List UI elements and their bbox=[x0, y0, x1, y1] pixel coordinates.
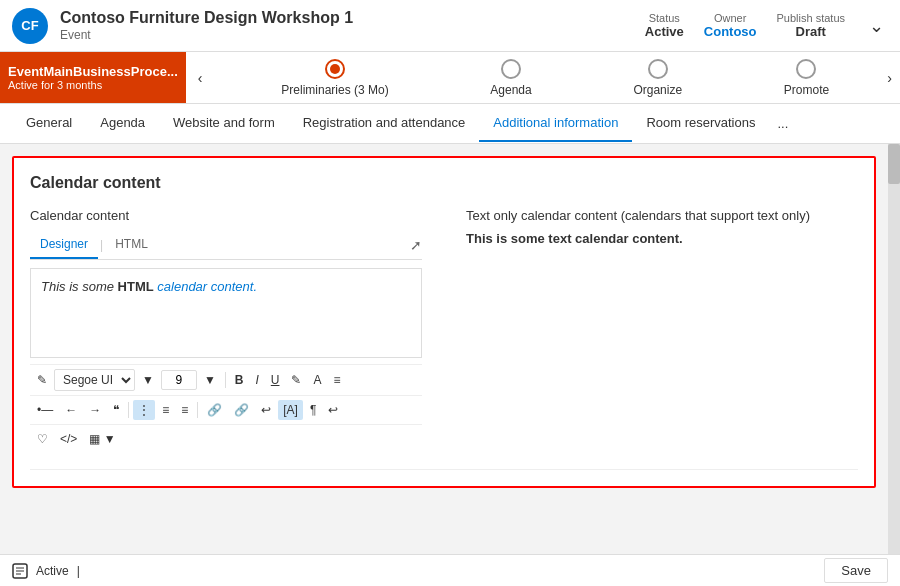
content-area: Calendar content Calendar content Design… bbox=[0, 144, 900, 554]
toolbar-indent-decrease[interactable]: ← bbox=[60, 400, 82, 420]
header-expand-button[interactable]: ⌄ bbox=[865, 11, 888, 41]
toolbar-font-dropdown[interactable]: ▼ bbox=[137, 370, 159, 390]
owner-label: Owner bbox=[704, 12, 757, 24]
stage-item-2[interactable]: Organize bbox=[633, 59, 682, 97]
stage-item-0[interactable]: Preliminaries (3 Mo) bbox=[281, 59, 388, 97]
publish-label: Publish status bbox=[777, 12, 845, 24]
scrollbar[interactable] bbox=[888, 144, 900, 554]
toolbar-align-center[interactable]: ≡ bbox=[157, 400, 174, 420]
current-stage-text: EventMainBusinessProce... Active for 3 m… bbox=[8, 64, 178, 91]
stage-item-1[interactable]: Agenda bbox=[490, 59, 531, 97]
owner-value[interactable]: Contoso bbox=[704, 24, 757, 39]
card-title: Calendar content bbox=[30, 174, 858, 192]
tab-registration[interactable]: Registration and attendance bbox=[289, 105, 480, 142]
current-stage[interactable]: EventMainBusinessProce... Active for 3 m… bbox=[0, 52, 186, 103]
editor-link[interactable]: calendar content. bbox=[157, 279, 257, 294]
toolbar-italic-button[interactable]: I bbox=[250, 370, 263, 390]
text-only-label: Text only calendar content (calendars th… bbox=[466, 208, 858, 223]
toolbar-remove-link[interactable]: 🔗 bbox=[229, 400, 254, 420]
right-column: Text only calendar content (calendars th… bbox=[446, 208, 858, 453]
toolbar-separator-3 bbox=[197, 402, 198, 418]
toolbar-list-format-button[interactable]: ≡ bbox=[328, 370, 345, 390]
toolbar-font-color-button[interactable]: A bbox=[308, 370, 326, 390]
toolbar-paragraph-mark[interactable]: ¶ bbox=[305, 400, 321, 420]
event-title: Contoso Furniture Design Workshop 1 bbox=[60, 9, 645, 27]
footer: Active | Save bbox=[0, 554, 900, 586]
toolbar-link-type[interactable]: ↩ bbox=[256, 400, 276, 420]
save-button[interactable]: Save bbox=[824, 558, 888, 583]
toolbar-insert-link[interactable]: 🔗 bbox=[202, 400, 227, 420]
avatar: CF bbox=[12, 8, 48, 44]
stage-circle-2 bbox=[648, 59, 668, 79]
toolbar-format-button[interactable]: ✎ bbox=[32, 370, 52, 390]
tab-additional-info[interactable]: Additional information bbox=[479, 105, 632, 142]
toolbar-highlight-button[interactable]: ✎ bbox=[286, 370, 306, 390]
status-icon bbox=[12, 563, 28, 579]
stage-label-1: Agenda bbox=[490, 83, 531, 97]
tab-bar: General Agenda Website and form Registra… bbox=[0, 104, 900, 144]
stage-label-0: Preliminaries (3 Mo) bbox=[281, 83, 388, 97]
toolbar-heart-btn[interactable]: ♡ bbox=[32, 429, 53, 449]
stage-circle-3 bbox=[796, 59, 816, 79]
editor-content-area[interactable]: This is some HTML calendar content. bbox=[30, 268, 422, 358]
toolbar-table-btn[interactable]: ▦ ▼ bbox=[84, 429, 120, 449]
toolbar-size-dropdown[interactable]: ▼ bbox=[199, 370, 221, 390]
toolbar-blockquote[interactable]: ❝ bbox=[108, 400, 124, 420]
toolbar-separator-2 bbox=[128, 402, 129, 418]
event-subtitle: Event bbox=[60, 28, 91, 42]
toolbar-source-btn[interactable]: </> bbox=[55, 429, 82, 449]
main-content: Calendar content Calendar content Design… bbox=[0, 144, 888, 554]
toolbar-font-select[interactable]: Segoe UI bbox=[54, 369, 135, 391]
toolbar-undo[interactable]: ↩ bbox=[323, 400, 343, 420]
tab-general[interactable]: General bbox=[12, 105, 86, 142]
calendar-content-label: Calendar content bbox=[30, 208, 422, 223]
footer-separator: | bbox=[77, 564, 80, 578]
stage-bar: EventMainBusinessProce... Active for 3 m… bbox=[0, 52, 900, 104]
header-status-area: Status Active Owner Contoso Publish stat… bbox=[645, 11, 888, 41]
toolbar-align-left[interactable]: ⋮ bbox=[133, 400, 155, 420]
tab-room-reservations[interactable]: Room reservations bbox=[632, 105, 769, 142]
header-title-block: Contoso Furniture Design Workshop 1 Even… bbox=[60, 9, 645, 42]
toolbar-row-1: ✎ Segoe UI ▼ ▼ B I U ✎ A ≡ bbox=[30, 364, 422, 395]
app-header: CF Contoso Furniture Design Workshop 1 E… bbox=[0, 0, 900, 52]
toolbar-row-2: •— ← → ❝ ⋮ ≡ ≡ 🔗 🔗 ↩ [A] ¶ ↩ bbox=[30, 395, 422, 424]
stage-label-2: Organize bbox=[633, 83, 682, 97]
stage-circle-0 bbox=[325, 59, 345, 79]
toolbar-row-3: ♡ </> ▦ ▼ bbox=[30, 424, 422, 453]
toolbar-font-size[interactable] bbox=[161, 370, 197, 390]
text-only-content: This is some text calendar content. bbox=[466, 231, 858, 246]
editor-tab-html[interactable]: HTML bbox=[105, 231, 158, 259]
editor-tab-bar: Designer | HTML ➚ bbox=[30, 231, 422, 260]
current-stage-sub: Active for 3 months bbox=[8, 79, 178, 91]
stage-prev-button[interactable]: ‹ bbox=[190, 66, 211, 90]
editor-text-italic: This is some HTML calendar content. bbox=[41, 279, 257, 294]
card-divider bbox=[30, 469, 858, 470]
status-value: Active bbox=[645, 24, 684, 39]
stage-next-button[interactable]: › bbox=[879, 66, 900, 90]
tab-more-button[interactable]: ... bbox=[769, 106, 796, 141]
scroll-thumb[interactable] bbox=[888, 144, 900, 184]
toolbar-align-right[interactable]: ≡ bbox=[176, 400, 193, 420]
footer-left: Active | bbox=[12, 563, 80, 579]
toolbar-unordered-list[interactable]: •— bbox=[32, 400, 58, 420]
publish-value: Draft bbox=[777, 24, 845, 39]
status-label: Status bbox=[645, 12, 684, 24]
stage-label-3: Promote bbox=[784, 83, 829, 97]
card-body: Calendar content Designer | HTML ➚ This … bbox=[30, 208, 858, 453]
editor-tab-separator: | bbox=[98, 238, 105, 252]
editor-tab-designer[interactable]: Designer bbox=[30, 231, 98, 259]
tab-agenda[interactable]: Agenda bbox=[86, 105, 159, 142]
stage-item-3[interactable]: Promote bbox=[784, 59, 829, 97]
toolbar-indent-increase[interactable]: → bbox=[84, 400, 106, 420]
toolbar-underline-button[interactable]: U bbox=[266, 370, 285, 390]
editor-text-bold: HTML bbox=[118, 279, 154, 294]
editor-expand-button[interactable]: ➚ bbox=[410, 237, 422, 253]
toolbar-separator-1 bbox=[225, 372, 226, 388]
current-stage-name: EventMainBusinessProce... bbox=[8, 64, 178, 79]
toolbar-special-char[interactable]: [A] bbox=[278, 400, 303, 420]
tab-website-form[interactable]: Website and form bbox=[159, 105, 289, 142]
footer-status: Active bbox=[36, 564, 69, 578]
status-block: Status Active bbox=[645, 12, 684, 39]
left-column: Calendar content Designer | HTML ➚ This … bbox=[30, 208, 422, 453]
toolbar-bold-button[interactable]: B bbox=[230, 370, 249, 390]
